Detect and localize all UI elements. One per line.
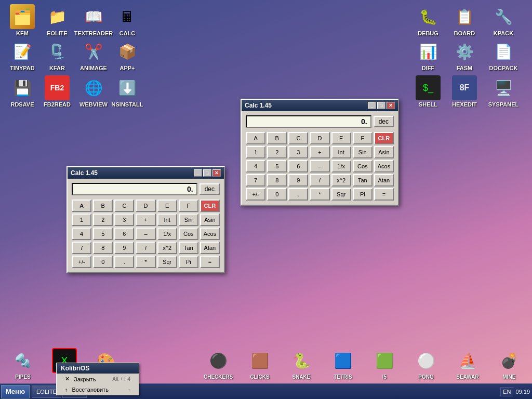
icon-appplus[interactable]: 📦 APP+	[109, 39, 145, 71]
calc-btn-9-front[interactable]: 9	[114, 242, 134, 254]
calc-btn-F-front[interactable]: F	[179, 200, 198, 212]
calc-btn-mul-back[interactable]: *	[310, 188, 329, 201]
calc-btn-Atan-front[interactable]: Atan	[200, 242, 220, 254]
calc-btn-eq-back[interactable]: =	[374, 188, 394, 201]
calc-btn-4-back[interactable]: 4	[246, 160, 265, 172]
calc-btn-Cos-back[interactable]: Cos	[353, 160, 373, 172]
calc-btn-9-back[interactable]: 9	[288, 174, 308, 187]
calc-btn-Acos-back[interactable]: Acos	[374, 160, 394, 172]
icon-kfm[interactable]: 🗂️ KFM	[4, 4, 41, 36]
calc-btn-8-back[interactable]: 8	[267, 174, 287, 187]
icon-docpack[interactable]: 📄 DOCPACK	[485, 39, 522, 71]
bottom-icon-pong[interactable]: ⚪ PONG	[405, 348, 447, 380]
bottom-icon-clicks[interactable]: 🟫 CLICKS	[239, 348, 281, 380]
calc-btn-eq-front[interactable]: =	[200, 256, 220, 268]
calc-btn-E-back[interactable]: E	[331, 132, 351, 144]
calc-btn-5-back[interactable]: 5	[267, 160, 287, 172]
icon-kfar[interactable]: 🗜️ KFAR	[39, 39, 75, 71]
calc-btn-Int-front[interactable]: Int	[157, 214, 177, 226]
calc-dec-back[interactable]: dec	[374, 116, 394, 127]
icon-nsinstall[interactable]: ⬇️ NSINSTALL	[109, 75, 145, 108]
icon-calc-desktop[interactable]: 🖩 CALC	[109, 4, 145, 36]
calc-btn-3-front[interactable]: 3	[114, 214, 134, 226]
taskbar-menu-button[interactable]: Меню	[1, 385, 30, 398]
calc-btn-1x-front[interactable]: 1/x	[157, 228, 177, 240]
bottom-icon-seawar[interactable]: ⛵ SEAWAR	[447, 348, 488, 380]
icon-debug[interactable]: 🐛 DEBUG	[410, 4, 446, 36]
calc-btn-CLR-front[interactable]: CLR	[200, 200, 220, 212]
calc-btn-Sin-front[interactable]: Sin	[179, 214, 198, 226]
calc-btn-Sqr-back[interactable]: Sqr	[331, 188, 351, 201]
calc-btn-0-front[interactable]: 0	[93, 256, 113, 268]
calc-btn-A-front[interactable]: A	[72, 200, 91, 212]
calc-btn-Pi-front[interactable]: Pi	[179, 256, 198, 268]
icon-shell[interactable]: $_ SHELL	[410, 75, 446, 108]
calc-close-back[interactable]: ✕	[387, 102, 395, 109]
calc-btn-Asin-back[interactable]: Asin	[374, 146, 394, 158]
calc-btn-plus-back[interactable]: +	[310, 146, 329, 158]
calc-btn-C-front[interactable]: C	[114, 200, 134, 212]
calc-btn-6-front[interactable]: 6	[114, 228, 134, 240]
calc-btn-F-back[interactable]: F	[353, 132, 373, 144]
bottom-icon-tetris[interactable]: 🟦 TETRIS	[322, 348, 364, 380]
bottom-icon-checkers[interactable]: ⚫ CHECKERS	[197, 348, 239, 380]
calc-btn-7-front[interactable]: 7	[72, 242, 91, 254]
calc-btn-Asin-front[interactable]: Asin	[200, 214, 220, 226]
calc-btn-8-front[interactable]: 8	[93, 242, 113, 254]
calc-btn-CLR-back[interactable]: CLR	[374, 132, 394, 144]
calc-btn-Pi-back[interactable]: Pi	[353, 188, 373, 201]
calc-btn-Sin-back[interactable]: Sin	[353, 146, 373, 158]
calc-btn-7-back[interactable]: 7	[246, 174, 265, 187]
calc-btn-C-back[interactable]: C	[288, 132, 308, 144]
calc-close-front[interactable]: ✕	[212, 169, 221, 177]
calc-btn-1-back[interactable]: 1	[246, 146, 265, 158]
icon-webview[interactable]: 🌐 WEBVIEW	[75, 75, 112, 108]
calc-btn-1x-back[interactable]: 1/x	[331, 160, 351, 172]
calc-maximize-front[interactable]: □	[203, 169, 211, 177]
calc-btn-dot-front[interactable]: .	[114, 256, 134, 268]
calc-btn-minus-front[interactable]: –	[136, 228, 155, 240]
taskbar-lang[interactable]: EN	[500, 387, 513, 396]
icon-kpack[interactable]: 🔧 KPACK	[485, 4, 522, 36]
bottom-icon-mine[interactable]: 💣 MINE	[488, 348, 530, 380]
calc-btn-Tan-front[interactable]: Tan	[179, 242, 198, 254]
calc-minimize-back[interactable]: _	[368, 102, 376, 109]
context-menu-item-close[interactable]: ✕ Закрыть Alt + F4	[57, 374, 139, 384]
calc-btn-A-back[interactable]: A	[246, 132, 265, 144]
calc-btn-0-back[interactable]: 0	[267, 188, 287, 201]
calc-btn-pm-back[interactable]: +/-	[246, 188, 265, 201]
icon-board[interactable]: 📋 BOARD	[446, 4, 483, 36]
calc-btn-B-back[interactable]: B	[267, 132, 287, 144]
bottom-icon-pipes[interactable]: 🔩 PIPES	[2, 348, 44, 380]
calc-btn-dot-back[interactable]: .	[288, 188, 308, 201]
icon-fb2read[interactable]: FB2 FB2READ	[39, 75, 75, 108]
calc-btn-Atan-back[interactable]: Atan	[374, 174, 394, 187]
icon-tinypad[interactable]: 📝 TINYPAD	[4, 39, 41, 71]
bottom-icon-snake[interactable]: 🐍 SNAKE	[281, 348, 322, 380]
calc-btn-Int-back[interactable]: Int	[331, 146, 351, 158]
calc-btn-B-front[interactable]: B	[93, 200, 113, 212]
calc-btn-plus-front[interactable]: +	[136, 214, 155, 226]
calc-btn-5-front[interactable]: 5	[93, 228, 113, 240]
calc-btn-2-back[interactable]: 2	[267, 146, 287, 158]
calc-btn-D-front[interactable]: D	[136, 200, 155, 212]
icon-textreader[interactable]: 📖 TEXTREADER	[75, 4, 112, 36]
calc-dec-front[interactable]: dec	[200, 183, 220, 195]
calc-btn-2-front[interactable]: 2	[93, 214, 113, 226]
calc-btn-1-front[interactable]: 1	[72, 214, 91, 226]
icon-rdsave[interactable]: 💾 RDSAVE	[4, 75, 41, 108]
calc-minimize-front[interactable]: _	[194, 169, 202, 177]
icon-eolite[interactable]: 📁 EOLITE	[39, 4, 75, 36]
calc-btn-pm-front[interactable]: +/-	[72, 256, 91, 268]
calc-maximize-back[interactable]: □	[377, 102, 385, 109]
bottom-icon-i5[interactable]: 🟩 I5	[364, 348, 405, 380]
calc-btn-mul-front[interactable]: *	[136, 256, 155, 268]
calc-btn-E-front[interactable]: E	[157, 200, 177, 212]
icon-diff[interactable]: 📊 DIFF	[410, 39, 446, 71]
calc-btn-6-back[interactable]: 6	[288, 160, 308, 172]
icon-animage[interactable]: ✂️ ANIMAGE	[75, 39, 112, 71]
calc-btn-Acos-front[interactable]: Acos	[200, 228, 220, 240]
calc-btn-Cos-front[interactable]: Cos	[179, 228, 198, 240]
calc-btn-Tan-back[interactable]: Tan	[353, 174, 373, 187]
calc-btn-3-back[interactable]: 3	[288, 146, 308, 158]
